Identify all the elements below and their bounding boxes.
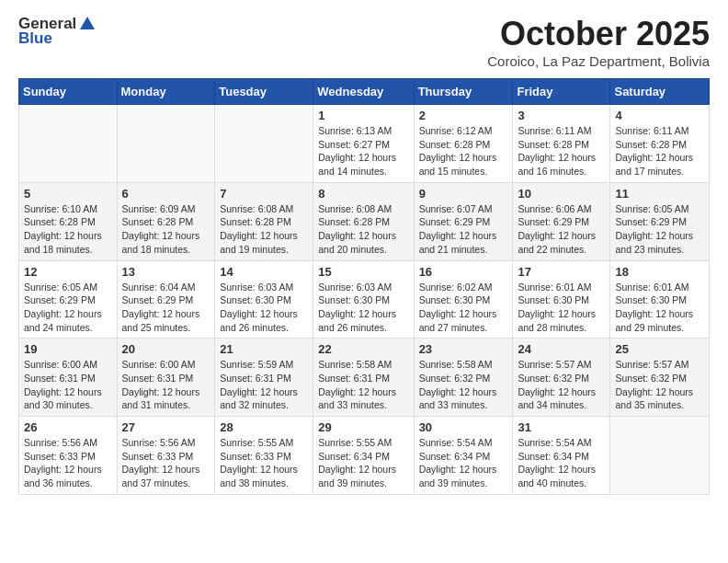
calendar-cell: 31Sunrise: 5:54 AMSunset: 6:34 PMDayligh… xyxy=(513,417,610,495)
day-number: 28 xyxy=(220,420,308,434)
day-info: Sunrise: 6:10 AMSunset: 6:28 PMDaylight:… xyxy=(24,202,112,257)
calendar-cell: 18Sunrise: 6:01 AMSunset: 6:30 PMDayligh… xyxy=(610,260,710,339)
day-number: 10 xyxy=(518,187,605,201)
day-info: Sunrise: 5:54 AMSunset: 6:34 PMDaylight:… xyxy=(419,436,508,490)
day-info: Sunrise: 6:13 AMSunset: 6:27 PMDaylight:… xyxy=(318,124,408,178)
calendar-cell: 29Sunrise: 5:55 AMSunset: 6:34 PMDayligh… xyxy=(313,417,414,495)
day-info: Sunrise: 6:06 AMSunset: 6:29 PMDaylight:… xyxy=(518,202,605,257)
calendar-week-row: 5Sunrise: 6:10 AMSunset: 6:28 PMDaylight… xyxy=(19,182,710,260)
day-info: Sunrise: 5:57 AMSunset: 6:32 PMDaylight:… xyxy=(518,358,605,412)
day-number: 14 xyxy=(220,265,308,279)
day-number: 23 xyxy=(419,342,508,356)
calendar-cell: 4Sunrise: 6:11 AMSunset: 6:28 PMDaylight… xyxy=(610,105,710,183)
day-number: 19 xyxy=(24,342,112,356)
calendar-cell: 5Sunrise: 6:10 AMSunset: 6:28 PMDaylight… xyxy=(19,182,118,260)
calendar-cell xyxy=(610,417,710,495)
calendar-cell: 20Sunrise: 6:00 AMSunset: 6:31 PMDayligh… xyxy=(117,339,215,417)
calendar-cell: 21Sunrise: 5:59 AMSunset: 6:31 PMDayligh… xyxy=(215,339,313,417)
day-number: 16 xyxy=(419,265,508,279)
weekday-header-sunday: Sunday xyxy=(19,79,118,105)
day-number: 26 xyxy=(24,420,112,434)
day-info: Sunrise: 6:08 AMSunset: 6:28 PMDaylight:… xyxy=(318,202,408,257)
day-number: 24 xyxy=(518,342,605,356)
weekday-header-friday: Friday xyxy=(513,79,610,105)
day-number: 21 xyxy=(220,342,308,356)
day-info: Sunrise: 5:55 AMSunset: 6:33 PMDaylight:… xyxy=(220,436,308,490)
day-number: 18 xyxy=(615,265,704,279)
day-info: Sunrise: 6:08 AMSunset: 6:28 PMDaylight:… xyxy=(220,202,308,257)
calendar-cell: 11Sunrise: 6:05 AMSunset: 6:29 PMDayligh… xyxy=(610,182,710,260)
calendar-cell: 30Sunrise: 5:54 AMSunset: 6:34 PMDayligh… xyxy=(414,417,513,495)
calendar-cell: 7Sunrise: 6:08 AMSunset: 6:28 PMDaylight… xyxy=(215,182,313,260)
calendar-cell: 6Sunrise: 6:09 AMSunset: 6:28 PMDaylight… xyxy=(117,182,215,260)
calendar-cell xyxy=(215,105,313,183)
day-info: Sunrise: 6:01 AMSunset: 6:30 PMDaylight:… xyxy=(518,281,605,335)
day-info: Sunrise: 6:05 AMSunset: 6:29 PMDaylight:… xyxy=(24,281,112,335)
calendar-week-row: 12Sunrise: 6:05 AMSunset: 6:29 PMDayligh… xyxy=(19,260,710,339)
calendar-cell: 19Sunrise: 6:00 AMSunset: 6:31 PMDayligh… xyxy=(19,339,118,417)
calendar-cell: 23Sunrise: 5:58 AMSunset: 6:32 PMDayligh… xyxy=(414,339,513,417)
month-title: October 2025 xyxy=(487,15,710,53)
calendar-cell: 12Sunrise: 6:05 AMSunset: 6:29 PMDayligh… xyxy=(19,260,118,339)
day-number: 5 xyxy=(24,187,112,201)
calendar-cell: 3Sunrise: 6:11 AMSunset: 6:28 PMDaylight… xyxy=(513,105,610,183)
day-number: 31 xyxy=(518,420,605,434)
logo-text-blue: Blue xyxy=(18,29,52,48)
calendar-cell: 8Sunrise: 6:08 AMSunset: 6:28 PMDaylight… xyxy=(313,182,414,260)
calendar-cell xyxy=(19,105,118,183)
day-info: Sunrise: 6:11 AMSunset: 6:28 PMDaylight:… xyxy=(518,124,605,178)
calendar-cell: 27Sunrise: 5:56 AMSunset: 6:33 PMDayligh… xyxy=(117,417,215,495)
weekday-header-row: SundayMondayTuesdayWednesdayThursdayFrid… xyxy=(19,79,710,105)
day-info: Sunrise: 5:55 AMSunset: 6:34 PMDaylight:… xyxy=(318,436,408,490)
title-area: October 2025 Coroico, La Paz Department,… xyxy=(487,15,710,69)
day-info: Sunrise: 6:03 AMSunset: 6:30 PMDaylight:… xyxy=(220,281,308,335)
day-info: Sunrise: 6:01 AMSunset: 6:30 PMDaylight:… xyxy=(615,281,704,335)
day-info: Sunrise: 5:54 AMSunset: 6:34 PMDaylight:… xyxy=(518,436,605,490)
day-number: 11 xyxy=(615,187,704,201)
day-number: 7 xyxy=(220,187,308,201)
calendar-cell: 9Sunrise: 6:07 AMSunset: 6:29 PMDaylight… xyxy=(414,182,513,260)
weekday-header-saturday: Saturday xyxy=(610,79,710,105)
day-info: Sunrise: 6:00 AMSunset: 6:31 PMDaylight:… xyxy=(24,358,112,412)
calendar-week-row: 19Sunrise: 6:00 AMSunset: 6:31 PMDayligh… xyxy=(19,339,710,417)
calendar-cell: 26Sunrise: 5:56 AMSunset: 6:33 PMDayligh… xyxy=(19,417,118,495)
calendar-cell xyxy=(117,105,215,183)
day-info: Sunrise: 5:56 AMSunset: 6:33 PMDaylight:… xyxy=(24,436,112,490)
day-number: 17 xyxy=(518,265,605,279)
calendar-cell: 25Sunrise: 5:57 AMSunset: 6:32 PMDayligh… xyxy=(610,339,710,417)
weekday-header-tuesday: Tuesday xyxy=(215,79,313,105)
location-title: Coroico, La Paz Department, Bolivia xyxy=(487,53,710,69)
day-info: Sunrise: 6:07 AMSunset: 6:29 PMDaylight:… xyxy=(419,202,508,257)
day-number: 6 xyxy=(122,187,210,201)
day-info: Sunrise: 5:59 AMSunset: 6:31 PMDaylight:… xyxy=(220,358,308,412)
day-number: 8 xyxy=(318,187,408,201)
day-info: Sunrise: 6:11 AMSunset: 6:28 PMDaylight:… xyxy=(615,124,704,178)
day-info: Sunrise: 5:58 AMSunset: 6:31 PMDaylight:… xyxy=(318,358,408,412)
day-info: Sunrise: 6:03 AMSunset: 6:30 PMDaylight:… xyxy=(318,281,408,335)
day-number: 9 xyxy=(419,187,508,201)
calendar-cell: 15Sunrise: 6:03 AMSunset: 6:30 PMDayligh… xyxy=(313,260,414,339)
day-number: 25 xyxy=(615,342,704,356)
day-number: 27 xyxy=(122,420,210,434)
calendar-week-row: 1Sunrise: 6:13 AMSunset: 6:27 PMDaylight… xyxy=(19,105,710,183)
day-info: Sunrise: 5:56 AMSunset: 6:33 PMDaylight:… xyxy=(122,436,210,490)
calendar-cell: 10Sunrise: 6:06 AMSunset: 6:29 PMDayligh… xyxy=(513,182,610,260)
day-number: 12 xyxy=(24,265,112,279)
day-number: 22 xyxy=(318,342,408,356)
day-info: Sunrise: 5:57 AMSunset: 6:32 PMDaylight:… xyxy=(615,358,704,412)
header: General Blue October 2025 Coroico, La Pa… xyxy=(18,15,710,69)
logo: General Blue xyxy=(18,15,97,48)
day-info: Sunrise: 6:04 AMSunset: 6:29 PMDaylight:… xyxy=(122,281,210,335)
weekday-header-thursday: Thursday xyxy=(414,79,513,105)
calendar-cell: 17Sunrise: 6:01 AMSunset: 6:30 PMDayligh… xyxy=(513,260,610,339)
calendar-cell: 1Sunrise: 6:13 AMSunset: 6:27 PMDaylight… xyxy=(313,105,414,183)
calendar-table: SundayMondayTuesdayWednesdayThursdayFrid… xyxy=(18,78,710,495)
calendar-cell: 2Sunrise: 6:12 AMSunset: 6:28 PMDaylight… xyxy=(414,105,513,183)
day-number: 20 xyxy=(122,342,210,356)
day-number: 29 xyxy=(318,420,408,434)
weekday-header-monday: Monday xyxy=(117,79,215,105)
day-info: Sunrise: 6:12 AMSunset: 6:28 PMDaylight:… xyxy=(419,124,508,178)
calendar-cell: 14Sunrise: 6:03 AMSunset: 6:30 PMDayligh… xyxy=(215,260,313,339)
day-info: Sunrise: 6:05 AMSunset: 6:29 PMDaylight:… xyxy=(615,202,704,257)
calendar-cell: 28Sunrise: 5:55 AMSunset: 6:33 PMDayligh… xyxy=(215,417,313,495)
